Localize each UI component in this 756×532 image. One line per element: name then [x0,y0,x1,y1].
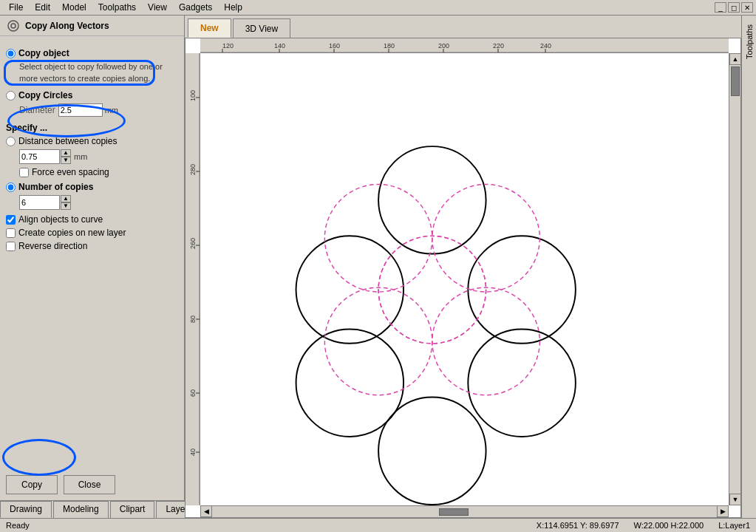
tab-new[interactable]: New [188,18,231,38]
copies-spinbox-btns: ▲ ▼ [61,195,71,210]
diameter-input[interactable] [58,103,103,117]
menu-model[interactable]: Model [56,1,92,14]
right-panel-label: Toolpaths [745,24,754,59]
distance-input[interactable] [19,149,60,164]
distance-spinbox-row: ▲ ▼ mm [19,149,178,164]
tab-clipart[interactable]: Clipart [110,501,155,518]
force-even-row: Force even spacing [19,167,178,177]
tab-modeling[interactable]: Modeling [53,501,109,518]
menu-edit[interactable]: Edit [29,1,56,14]
scrollbar-right[interactable]: ▲ ▼ [729,53,740,505]
tab-3d-view[interactable]: 3D View [233,18,290,38]
panel-titlebar: Copy Along Vectors [0,16,184,36]
canvas-container: 120 140 160 180 200 220 240 [185,38,741,517]
svg-text:280: 280 [189,164,197,175]
panel-title: Copy Along Vectors [25,21,109,31]
scroll-bottom-track[interactable] [212,506,717,517]
svg-point-35 [378,398,486,505]
menu-file[interactable]: File [3,1,29,14]
copies-label: Number of copies [18,182,93,192]
svg-text:220: 220 [493,42,504,50]
menu-help[interactable]: Help [218,1,248,14]
button-row: Copy Close [0,469,184,500]
scroll-right-btn[interactable]: ▶ [717,505,729,517]
menu-toolpaths[interactable]: Toolpaths [92,1,142,14]
copies-input[interactable] [19,195,60,210]
svg-text:60: 60 [189,389,197,397]
statusbar: Ready X:114.6951 Y: 89.6977 W:22.000 H:2… [0,518,756,532]
scroll-down-btn[interactable]: ▼ [729,494,741,505]
copies-spinbox-row: ▲ ▼ [19,195,178,210]
svg-text:100: 100 [189,90,197,101]
copy-object-desc: Select object to copy followed by one or… [19,61,178,84]
distance-down-btn[interactable]: ▼ [61,157,71,164]
restore-button[interactable]: ◻ [728,2,740,13]
distance-up-btn[interactable]: ▲ [61,149,71,157]
reverse-checkbox[interactable] [6,242,16,251]
status-ready: Ready [6,521,30,530]
ruler-top: 120 140 160 180 200 220 240 [200,38,729,53]
panel-content: Copy object Select object to copy follow… [0,36,184,468]
distance-label: Distance between copies [18,136,117,146]
distance-unit: mm [74,152,87,161]
align-label: Align objects to curve [18,214,103,225]
copies-down-btn[interactable]: ▼ [61,202,71,210]
distance-spinbox-btns: ▲ ▼ [61,149,71,164]
copy-object-radio[interactable] [6,49,16,58]
window-controls: _ ◻ ✕ [713,2,753,13]
menu-gadgets[interactable]: Gadgets [173,1,218,14]
reverse-row: Reverse direction [6,241,178,251]
copies-up-btn[interactable]: ▲ [61,195,71,202]
svg-text:260: 260 [189,238,197,249]
force-even-label: Force even spacing [32,167,109,177]
diameter-row: Diameter mm [19,103,178,117]
drawing-canvas [200,53,729,505]
new-layer-checkbox[interactable] [6,228,16,238]
copy-circles-header: Copy Circles [6,90,178,100]
svg-text:160: 160 [329,42,340,50]
close-button[interactable]: Close [64,475,115,494]
copy-object-header: Copy object [6,48,178,58]
scroll-right-thumb[interactable] [731,66,740,96]
drawing-svg [200,53,729,505]
svg-text:200: 200 [438,42,449,50]
tabs-bar: New 3D View [185,16,741,38]
scroll-right-track[interactable] [729,65,740,493]
close-button[interactable]: ✕ [741,2,753,13]
copy-button[interactable]: Copy [6,475,58,494]
align-checkbox[interactable] [6,215,16,225]
svg-point-1 [11,24,16,28]
status-coords: X:114.6951 Y: 89.6977 [537,521,619,530]
distance-radio-row: Distance between copies [6,136,178,146]
svg-text:80: 80 [189,316,197,323]
bottom-tabs: Drawing Modeling Clipart Layers [0,500,184,518]
scroll-bottom-thumb[interactable] [439,508,469,516]
force-even-checkbox[interactable] [19,168,29,177]
svg-text:140: 140 [274,42,285,50]
menu-view[interactable]: View [142,1,173,14]
svg-text:40: 40 [189,449,197,456]
svg-point-32 [468,236,575,344]
scroll-left-btn[interactable]: ◀ [200,505,212,517]
copies-radio[interactable] [6,183,16,192]
copy-circles-label: Copy Circles [18,90,72,100]
new-layer-label: Create copies on new layer [18,228,126,238]
right-panel: Toolpaths [741,16,756,517]
svg-text:180: 180 [384,42,395,50]
status-dimensions: W:22.000 H:22.000 [634,521,704,530]
menubar: File Edit Model Toolpaths View Gadgets H… [0,0,756,16]
distance-radio[interactable] [6,137,16,146]
copy-circles-radio[interactable] [6,91,16,100]
new-layer-row: Create copies on new layer [6,228,178,238]
copies-radio-row: Number of copies [6,182,178,192]
align-row: Align objects to curve [6,214,178,225]
canvas-area: New 3D View 120 140 160 180 [185,16,741,517]
scrollbar-bottom[interactable]: ◀ ▶ [200,505,729,517]
svg-text:120: 120 [222,42,234,50]
scroll-up-btn[interactable]: ▲ [729,53,741,65]
ruler-left: 100 280 260 80 60 40 [185,53,200,505]
tab-drawing[interactable]: Drawing [0,501,52,518]
minimize-button[interactable]: _ [715,2,726,13]
diameter-unit: mm [105,106,118,115]
reverse-label: Reverse direction [18,241,87,251]
